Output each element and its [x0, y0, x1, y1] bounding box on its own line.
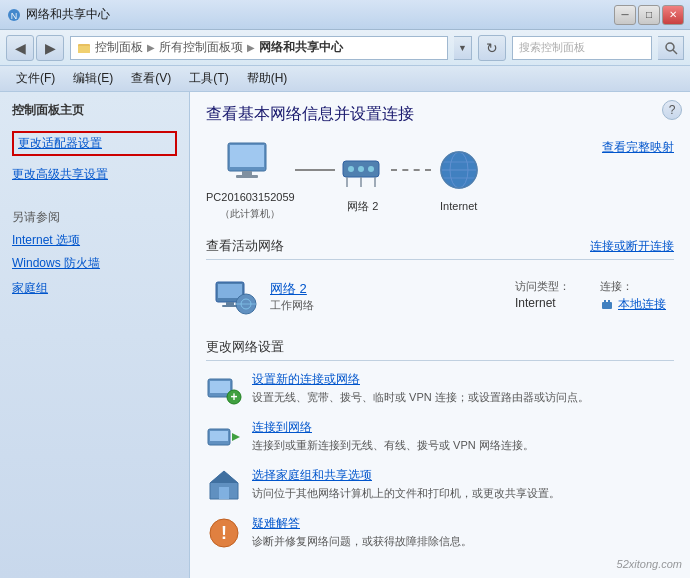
- svg-rect-30: [602, 302, 612, 309]
- active-network-icon: [214, 274, 258, 318]
- folder-icon: [77, 41, 91, 55]
- active-network-name[interactable]: 网络 2: [270, 281, 307, 296]
- view-full-map-link[interactable]: 查看完整映射: [602, 139, 674, 156]
- net-node-internet: Internet: [431, 148, 487, 212]
- homegroup-link[interactable]: 选择家庭组和共享选项: [252, 467, 674, 484]
- network-info-details: 网络 2 工作网络: [270, 280, 503, 313]
- watermark: 52xitong.com: [617, 558, 682, 570]
- nav-buttons: ◀ ▶: [6, 35, 64, 61]
- active-network-type: 工作网络: [270, 298, 503, 313]
- troubleshoot-icon: !: [206, 515, 242, 551]
- net-label-internet: Internet: [440, 200, 477, 212]
- network-info-row: 网络 2 工作网络 访问类型： Internet 连接：: [206, 268, 674, 324]
- menu-bar: 文件(F) 编辑(E) 查看(V) 工具(T) 帮助(H): [0, 66, 690, 92]
- svg-point-13: [368, 166, 374, 172]
- title-bar: N 网络和共享中心 ─ □ ✕: [0, 0, 690, 30]
- menu-edit[interactable]: 编辑(E): [65, 67, 121, 90]
- connect-disconnect-link[interactable]: 连接或断开连接: [590, 238, 674, 255]
- address-path-2: 所有控制面板项: [159, 39, 243, 56]
- setting-item-homegroup: 选择家庭组和共享选项 访问位于其他网络计算机上的文件和打印机，或更改共享设置。: [206, 467, 674, 503]
- sidebar: 控制面板主页 更改适配器设置 更改高级共享设置 另请参阅 Internet 选项…: [0, 92, 190, 578]
- homegroup-desc: 访问位于其他网络计算机上的文件和打印机，或更改共享设置。: [252, 487, 560, 499]
- svg-marker-41: [210, 471, 238, 483]
- address-path-1: 控制面板: [95, 39, 143, 56]
- sidebar-link-firewall[interactable]: Windows 防火墙: [12, 253, 177, 274]
- net-label-network: 网络 2: [347, 199, 378, 214]
- address-dropdown[interactable]: ▼: [454, 36, 472, 60]
- connection-value-link[interactable]: 本地连接: [618, 296, 666, 313]
- sidebar-link-internet[interactable]: Internet 选项: [12, 231, 80, 249]
- net-sublabel-computer: （此计算机）: [220, 207, 280, 221]
- sidebar-link-sharing[interactable]: 更改高级共享设置: [12, 164, 177, 185]
- connect-link[interactable]: 连接到网络: [252, 419, 674, 436]
- net-label-computer: PC201603152059: [206, 191, 295, 203]
- close-button[interactable]: ✕: [662, 5, 684, 25]
- new-connection-desc: 设置无线、宽带、拨号、临时或 VPN 连接；或设置路由器或访问点。: [252, 391, 589, 403]
- svg-text:!: !: [221, 523, 227, 543]
- globe-icon: [431, 148, 487, 196]
- troubleshoot-link[interactable]: 疑难解答: [252, 515, 674, 532]
- network-icon: [335, 147, 391, 195]
- setting-text-troubleshoot: 疑难解答 诊断并修复网络问题，或获得故障排除信息。: [252, 515, 674, 549]
- active-networks-header: 查看活动网络 连接或断开连接: [206, 237, 674, 260]
- connection-label: 连接：: [600, 279, 666, 294]
- svg-point-11: [348, 166, 354, 172]
- address-path-3: 网络和共享中心: [259, 39, 343, 56]
- svg-rect-31: [604, 300, 606, 303]
- access-type-value: Internet: [515, 296, 570, 310]
- svg-rect-32: [608, 300, 610, 303]
- main-layout: 控制面板主页 更改适配器设置 更改高级共享设置 另请参阅 Internet 选项…: [0, 92, 690, 578]
- setting-item-connect: 连接到网络 连接到或重新连接到无线、有线、拨号或 VPN 网络连接。: [206, 419, 674, 455]
- svg-rect-40: [219, 487, 229, 499]
- sidebar-also-see: 另请参阅 Internet 选项 Windows 防火墙 家庭组: [12, 209, 177, 299]
- change-settings-title: 更改网络设置: [206, 338, 674, 361]
- svg-point-12: [358, 166, 364, 172]
- minimize-button[interactable]: ─: [614, 5, 636, 25]
- svg-rect-34: [210, 381, 230, 393]
- content-header: 查看基本网络信息并设置连接: [206, 104, 674, 125]
- forward-button[interactable]: ▶: [36, 35, 64, 61]
- active-networks-title: 查看活动网络: [206, 237, 284, 255]
- svg-text:N: N: [11, 11, 18, 21]
- setting-item-new-connection: + 设置新的连接或网络 设置无线、宽带、拨号、临时或 VPN 连接；或设置路由器…: [206, 371, 674, 407]
- net-dashed-line: [391, 169, 431, 171]
- svg-rect-8: [242, 171, 252, 175]
- svg-rect-38: [210, 431, 228, 441]
- setting-text-new-connection: 设置新的连接或网络 设置无线、宽带、拨号、临时或 VPN 连接；或设置路由器或访…: [252, 371, 674, 405]
- menu-view[interactable]: 查看(V): [123, 67, 179, 90]
- svg-rect-9: [236, 175, 258, 178]
- refresh-button[interactable]: ↻: [478, 35, 506, 61]
- window-title: 网络和共享中心: [26, 6, 110, 23]
- sidebar-link-homegroup[interactable]: 家庭组: [12, 278, 177, 299]
- svg-rect-24: [218, 284, 242, 298]
- connection-group: 连接： 本地连接: [600, 279, 666, 313]
- sidebar-link-adapter[interactable]: 更改适配器设置: [12, 131, 177, 156]
- svg-line-5: [673, 50, 677, 54]
- network-props: 访问类型： Internet 连接： 本地连接: [515, 279, 666, 313]
- search-field[interactable]: 搜索控制面板: [512, 36, 652, 60]
- menu-file[interactable]: 文件(F): [8, 67, 63, 90]
- menu-tools[interactable]: 工具(T): [181, 67, 236, 90]
- svg-rect-7: [230, 145, 264, 167]
- network-diagram: PC201603152059 （此计算机）: [206, 139, 674, 221]
- svg-text:+: +: [230, 390, 237, 404]
- address-field[interactable]: 控制面板 ▶ 所有控制面板项 ▶ 网络和共享中心: [70, 36, 448, 60]
- search-button[interactable]: [658, 36, 684, 60]
- net-node-network: 网络 2: [335, 147, 391, 214]
- net-node-computer: PC201603152059 （此计算机）: [206, 139, 295, 221]
- troubleshoot-desc: 诊断并修复网络问题，或获得故障排除信息。: [252, 535, 472, 547]
- menu-help[interactable]: 帮助(H): [239, 67, 296, 90]
- net-line-1: [295, 169, 335, 171]
- search-placeholder: 搜索控制面板: [519, 40, 585, 55]
- sidebar-title: 控制面板主页: [12, 102, 177, 119]
- new-connection-icon: +: [206, 371, 242, 407]
- access-type-label: 访问类型：: [515, 279, 570, 294]
- window-icon: N: [6, 7, 22, 23]
- new-connection-link[interactable]: 设置新的连接或网络: [252, 371, 674, 388]
- sidebar-also-see-title: 另请参阅: [12, 209, 177, 226]
- back-button[interactable]: ◀: [6, 35, 34, 61]
- setting-text-connect: 连接到网络 连接到或重新连接到无线、有线、拨号或 VPN 网络连接。: [252, 419, 674, 453]
- maximize-button[interactable]: □: [638, 5, 660, 25]
- help-button[interactable]: ?: [662, 100, 682, 120]
- address-bar: ◀ ▶ 控制面板 ▶ 所有控制面板项 ▶ 网络和共享中心 ▼ ↻ 搜索控制面板: [0, 30, 690, 66]
